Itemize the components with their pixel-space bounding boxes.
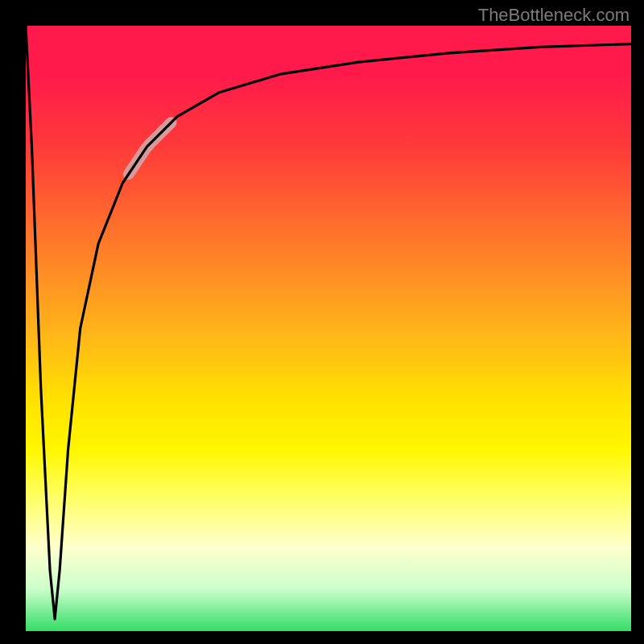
curve-layer bbox=[26, 26, 631, 631]
chart-frame: TheBottleneck.com bbox=[0, 0, 644, 644]
bottleneck-curve bbox=[26, 26, 631, 619]
attribution-text: TheBottleneck.com bbox=[478, 5, 630, 26]
plot-area bbox=[26, 26, 631, 631]
